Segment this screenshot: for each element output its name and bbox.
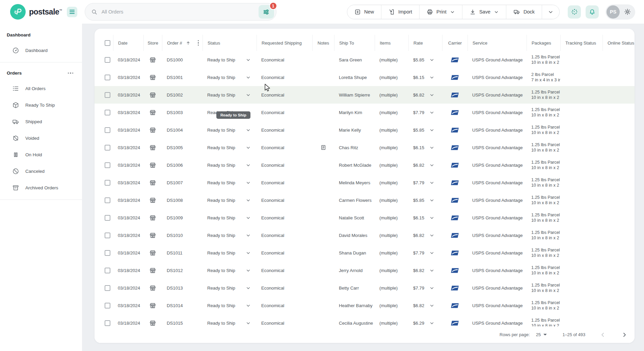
cell-order-number[interactable]: DS1002 (162, 86, 203, 104)
chevron-down-icon[interactable] (429, 197, 435, 203)
chevron-down-icon[interactable] (245, 180, 251, 186)
chevron-down-icon[interactable] (245, 233, 251, 238)
sidebar-item-canceled[interactable]: Canceled (0, 163, 82, 180)
status-dropdown[interactable]: Ready to Ship (203, 262, 257, 279)
status-dropdown[interactable]: Ready to Ship (203, 86, 257, 104)
chevron-down-icon[interactable] (245, 57, 251, 63)
column-header-tracking-status[interactable]: Tracking Status (560, 35, 602, 51)
cell-order-number[interactable]: DS1003 (162, 104, 203, 121)
column-header-items[interactable]: Items (375, 35, 408, 51)
column-header-online-status[interactable]: Online Status (602, 35, 635, 51)
table-row[interactable]: 03/18/2024 DS1001 Ready to Ship Economic… (95, 69, 635, 86)
column-header-notes[interactable]: Notes (312, 35, 334, 51)
row-checkbox[interactable] (105, 197, 110, 203)
cell-order-number[interactable]: DS1010 (162, 226, 203, 244)
rate-dropdown[interactable]: $6.29 (408, 314, 442, 326)
notifications-button[interactable] (586, 5, 599, 19)
cell-order-number[interactable]: DS1007 (162, 174, 203, 191)
sidebar-item-all-orders[interactable]: All Orders (0, 80, 82, 97)
rate-dropdown[interactable]: $6.15 (408, 139, 442, 156)
chevron-down-icon[interactable] (429, 162, 435, 168)
status-dropdown[interactable]: Ready to Ship (203, 314, 257, 326)
cell-order-number[interactable]: DS1004 (162, 121, 203, 139)
chevron-down-icon[interactable] (245, 268, 251, 273)
column-header-rate[interactable]: Rate (408, 35, 442, 51)
sidebar-item-ready-to-ship[interactable]: Ready To Ship (0, 97, 82, 113)
chevron-down-icon[interactable] (429, 268, 435, 273)
row-checkbox[interactable] (105, 162, 110, 168)
table-row[interactable]: 03/18/2024 DS1006 Ready to Ship Economic… (95, 156, 635, 174)
status-dropdown[interactable]: Ready to Ship (203, 121, 257, 139)
table-row[interactable]: 03/18/2024 DS1013 Ready to Ship Economic… (95, 279, 635, 297)
status-dropdown[interactable]: Ready to Ship (203, 139, 257, 156)
select-all-checkbox[interactable] (105, 40, 110, 46)
row-checkbox[interactable] (105, 75, 110, 80)
sidebar-item-on-hold[interactable]: On Hold (0, 146, 82, 163)
status-dropdown[interactable]: Ready to Ship (203, 51, 257, 69)
cell-order-number[interactable]: DS1012 (162, 262, 203, 279)
chevron-down-icon[interactable] (429, 92, 435, 98)
rate-dropdown[interactable]: $5.85 (408, 121, 442, 139)
column-header-ship-to[interactable]: Ship To (334, 35, 375, 51)
row-checkbox[interactable] (105, 180, 110, 186)
next-page-button[interactable] (620, 331, 628, 339)
assistant-dots-button[interactable] (568, 5, 581, 19)
row-checkbox[interactable] (105, 57, 110, 63)
rate-dropdown[interactable]: $5.85 (408, 51, 442, 69)
cell-order-number[interactable]: DS1001 (162, 69, 203, 86)
cell-order-number[interactable]: DS1000 (162, 51, 203, 69)
chevron-down-icon[interactable] (245, 92, 251, 98)
sidebar-item-voided[interactable]: Voided (0, 130, 82, 146)
chevron-down-icon[interactable] (429, 145, 435, 151)
table-row[interactable]: 03/18/2024 DS1009 Ready to Ship Economic… (95, 209, 635, 226)
filter-button[interactable]: 1 (259, 5, 274, 19)
chevron-down-icon[interactable] (429, 303, 435, 308)
column-header-status[interactable]: Status (203, 35, 257, 51)
chevron-down-icon[interactable] (429, 285, 435, 291)
rate-dropdown[interactable]: $7.79 (408, 104, 442, 121)
sidebar-item-archived-orders[interactable]: Archived Orders (0, 180, 82, 196)
status-dropdown[interactable]: Ready to Ship (203, 69, 257, 86)
column-header-date[interactable]: Date (113, 35, 143, 51)
sidebar-item-shipped[interactable]: Shipped (0, 113, 82, 130)
rate-dropdown[interactable]: $7.79 (408, 279, 442, 297)
row-checkbox[interactable] (105, 233, 110, 238)
column-header-store[interactable]: Store (143, 35, 162, 51)
table-row[interactable]: 03/18/2024 DS1007 Ready to Ship Economic… (95, 174, 635, 191)
chevron-down-icon[interactable] (245, 75, 251, 80)
row-checkbox[interactable] (105, 145, 110, 151)
table-row[interactable]: 03/18/2024 DS1000 Ready to Ship Economic… (95, 51, 635, 69)
status-dropdown[interactable]: Ready to Ship (203, 191, 257, 209)
rate-dropdown[interactable]: $6.82 (408, 297, 442, 314)
save-button[interactable]: Save (462, 5, 506, 19)
previous-page-button[interactable] (599, 331, 607, 339)
row-checkbox[interactable] (105, 110, 110, 115)
chevron-down-icon[interactable] (245, 197, 251, 203)
row-checkbox[interactable] (105, 250, 110, 256)
rate-dropdown[interactable]: $7.79 (408, 174, 442, 191)
more-actions-button[interactable] (542, 5, 559, 19)
row-checkbox[interactable] (105, 92, 110, 98)
cell-order-number[interactable]: DS1014 (162, 297, 203, 314)
column-header-packages[interactable]: Packages (527, 35, 560, 51)
status-dropdown[interactable]: Ready to Ship (203, 244, 257, 262)
row-checkbox[interactable] (105, 285, 110, 291)
chevron-down-icon[interactable] (245, 162, 251, 168)
chevron-down-icon[interactable] (245, 215, 251, 221)
table-row[interactable]: 03/18/2024 DS1012 Ready to Ship Economic… (95, 262, 635, 279)
rate-dropdown[interactable]: $6.15 (408, 209, 442, 226)
cell-order-number[interactable]: DS1015 (162, 314, 203, 326)
chevron-down-icon[interactable] (429, 250, 435, 256)
sort-ascending-icon[interactable] (186, 40, 191, 46)
chevron-down-icon[interactable] (429, 75, 435, 80)
chevron-down-icon[interactable] (429, 180, 435, 186)
table-row[interactable]: 03/18/2024 DS1004 Ready to Ship Economic… (95, 121, 635, 139)
column-header-carrier[interactable]: Carrier (442, 35, 467, 51)
status-dropdown[interactable]: Ready to Ship (203, 174, 257, 191)
orders-menu-icon[interactable] (66, 71, 75, 75)
table-row[interactable]: 03/18/2024 DS1002 Ready to Ship Economic… (95, 86, 635, 104)
row-checkbox[interactable] (105, 215, 110, 221)
cell-order-number[interactable]: DS1009 (162, 209, 203, 226)
row-checkbox[interactable] (105, 303, 110, 308)
chevron-down-icon[interactable] (245, 127, 251, 133)
